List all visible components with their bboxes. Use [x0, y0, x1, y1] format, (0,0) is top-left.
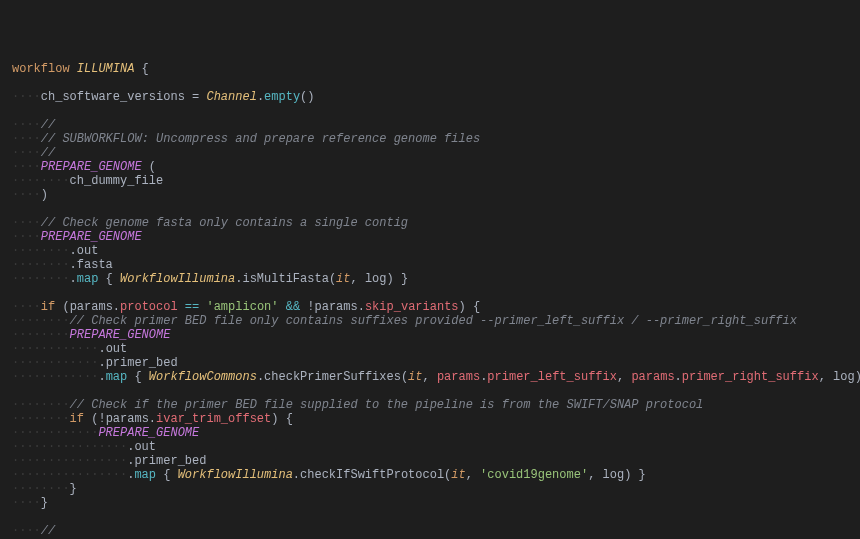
code-editor[interactable]: workflow ILLUMINA { ····ch_software_vers… [12, 62, 848, 539]
token-plain: isMultiFasta [242, 272, 328, 286]
token-pun: . [70, 272, 77, 286]
token-cmt: // [41, 146, 55, 160]
code-line: ····PREPARE_GENOME ( [12, 160, 848, 174]
token-plain: ch_dummy_file [70, 174, 164, 188]
token-ws: ···· [12, 524, 41, 538]
token-ws: ···· [12, 90, 41, 104]
token-plain: out [134, 440, 156, 454]
token-ws: ············ [12, 342, 98, 356]
token-plain: log [365, 272, 387, 286]
code-line: ····// [12, 524, 848, 538]
token-ws: ········ [12, 412, 70, 426]
token-plain: out [106, 342, 128, 356]
token-ws: ···· [12, 230, 41, 244]
token-pun: ! [307, 300, 314, 314]
token-fn: map [134, 468, 156, 482]
token-ws: ················ [12, 454, 127, 468]
token-plain: params [106, 412, 149, 426]
token-pun: ( [55, 300, 69, 314]
code-line [12, 384, 848, 398]
code-line: ········// Check if the primer BED file … [12, 398, 848, 412]
token-pun: } [70, 482, 77, 496]
token-pun: , [617, 370, 631, 384]
token-ws: ············ [12, 426, 98, 440]
token-pun: , [819, 370, 833, 384]
token-pun: . [257, 90, 264, 104]
token-pun: { [134, 62, 148, 76]
code-line [12, 76, 848, 90]
code-line: ············.primer_bed [12, 356, 848, 370]
token-pun: . [149, 412, 156, 426]
token-pun: , [350, 272, 364, 286]
token-cmt: // Check primer BED file only contains s… [70, 314, 797, 328]
token-pun: = [185, 90, 207, 104]
token-prop: params [631, 370, 674, 384]
token-prop: primer_right_suffix [682, 370, 819, 384]
code-line: ········// Check primer BED file only co… [12, 314, 848, 328]
token-plain: log [833, 370, 855, 384]
token-cmt: // SUBWORKFLOW: Uncompress and prepare r… [41, 132, 480, 146]
token-pun: { [156, 468, 178, 482]
code-line: ········if (!params.ivar_trim_offset) { [12, 412, 848, 426]
code-line [12, 202, 848, 216]
token-pun: . [675, 370, 682, 384]
token-ws: ···· [12, 216, 41, 230]
token-kw: if [70, 412, 84, 426]
code-line: workflow ILLUMINA { [12, 62, 848, 76]
token-ws: ···· [12, 300, 41, 314]
token-pun: ) { [459, 300, 481, 314]
code-line: ········.out [12, 244, 848, 258]
token-plain: fasta [77, 258, 113, 272]
token-param: it [451, 468, 465, 482]
token-cmt: // [41, 118, 55, 132]
code-line: ········} [12, 482, 848, 496]
token-pun: . [113, 300, 120, 314]
token-pun: . [98, 342, 105, 356]
code-line [12, 104, 848, 118]
token-ws: ···· [12, 188, 41, 202]
token-call: PREPARE_GENOME [70, 328, 171, 342]
token-pun: . [70, 244, 77, 258]
token-fn: map [106, 370, 128, 384]
code-line: ····ch_software_versions = Channel.empty… [12, 90, 848, 104]
code-line: ····// [12, 118, 848, 132]
token-ws: ········ [12, 258, 70, 272]
token-plain: out [77, 244, 99, 258]
token-plain: checkIfSwiftProtocol [300, 468, 444, 482]
token-ws: ········ [12, 174, 70, 188]
token-prop: skip_variants [365, 300, 459, 314]
token-pun: . [257, 370, 264, 384]
code-line: ················.map { WorkflowIllumina.… [12, 468, 848, 482]
token-cmt: // [41, 524, 55, 538]
token-kw: if [41, 300, 55, 314]
code-line [12, 286, 848, 300]
token-ws: ········ [12, 328, 70, 342]
code-line: ················.out [12, 440, 848, 454]
token-pun: ( [84, 412, 98, 426]
token-ws: ···· [12, 132, 41, 146]
token-pun: ( [142, 160, 156, 174]
token-pun: ) [41, 188, 48, 202]
token-prop: primer_left_suffix [487, 370, 617, 384]
token-call: PREPARE_GENOME [41, 160, 142, 174]
token-str: 'amplicon' [206, 300, 278, 314]
code-line: ····if (params.protocol == 'amplicon' &&… [12, 300, 848, 314]
code-line: ········ch_dummy_file [12, 174, 848, 188]
token-plain: params [70, 300, 113, 314]
token-pun: () [300, 90, 314, 104]
token-ws: ···· [12, 496, 41, 510]
token-pun: ( [329, 272, 336, 286]
token-ws: ···· [12, 118, 41, 132]
token-ws: ········ [12, 272, 70, 286]
token-plain: primer_bed [134, 454, 206, 468]
token-plain: ch_software_versions [41, 90, 185, 104]
token-pun: ) { [271, 412, 293, 426]
token-call: PREPARE_GENOME [98, 426, 199, 440]
code-line: ····// SUBWORKFLOW: Uncompress and prepa… [12, 132, 848, 146]
token-type: WorkflowIllumina [120, 272, 235, 286]
code-line: ····// [12, 146, 848, 160]
token-plain: checkPrimerSuffixes [264, 370, 401, 384]
code-line: ····) [12, 188, 848, 202]
token-pun: . [98, 370, 105, 384]
token-pun: . [293, 468, 300, 482]
